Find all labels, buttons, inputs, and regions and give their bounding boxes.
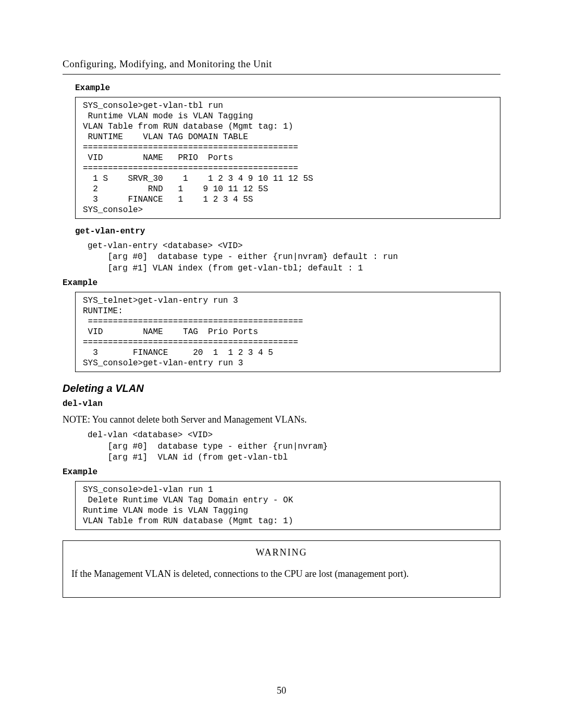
command-label-get-vlan-entry: get-vlan-entry (75, 226, 500, 238)
example-label-2: Example (63, 278, 500, 289)
code-block-get-vlan-tbl: SYS_console>get-vlan-tbl run Runtime VLA… (75, 97, 500, 219)
example-label-3: Example (63, 467, 500, 478)
note-text: NOTE: You cannot delete both Server and … (63, 413, 500, 426)
page: Configuring, Modifying, and Monitoring t… (0, 0, 563, 728)
chapter-title: Configuring, Modifying, and Monitoring t… (63, 57, 500, 71)
syntax-del-vlan: del-vlan <database> <VID> [arg #0] datab… (88, 430, 500, 464)
warning-body: If the Management VLAN is deleted, conne… (71, 567, 492, 581)
warning-box: WARNING If the Management VLAN is delete… (63, 540, 500, 597)
example-label-1: Example (75, 83, 500, 94)
code-block-get-vlan-entry: SYS_telnet>get-vlan-entry run 3 RUNTIME:… (75, 292, 500, 372)
command-label-del-vlan: del-vlan (63, 399, 500, 410)
syntax-get-vlan-entry: get-vlan-entry <database> <VID> [arg #0]… (88, 241, 500, 275)
page-number: 50 (0, 684, 563, 697)
section-heading-deleting-vlan: Deleting a VLAN (63, 381, 500, 396)
code-block-del-vlan: SYS_console>del-vlan run 1 Delete Runtim… (75, 481, 500, 530)
horizontal-rule (63, 74, 500, 75)
warning-title: WARNING (71, 546, 492, 559)
